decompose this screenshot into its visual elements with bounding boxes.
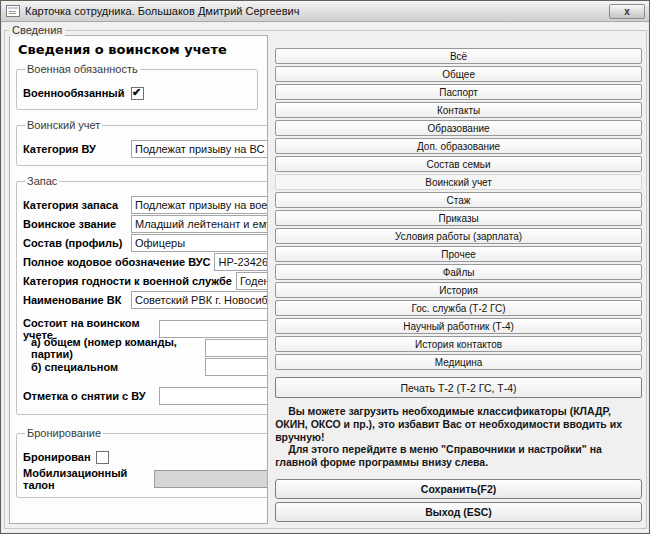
military-record-panel: Сведения о воинском учете Военная обязан… <box>9 35 268 524</box>
print-t2-button[interactable]: Печать Т-2 (Т-2 ГС, Т-4) <box>275 377 642 398</box>
sidebar-item-fayly[interactable]: Файлы <box>275 264 642 280</box>
window-icon <box>6 5 20 17</box>
sidebar-item-voinskiy-uchet[interactable]: Воинский учет <box>275 174 642 190</box>
exit-button[interactable]: Выход (ESC) <box>275 502 642 522</box>
classifiers-note-paragraph-2: Для этого перейдите в меню "Справочники … <box>275 443 642 469</box>
removal-mark-label: Отметка о снятии с ВУ <box>23 390 159 402</box>
sidebar-item-dop-obrazovanie[interactable]: Доп. образование <box>275 138 642 154</box>
sidebar-item-pasport[interactable]: Паспорт <box>275 84 642 100</box>
sidebar-item-gos-sluzhba[interactable]: Гос. служба (Т-2 ГС) <box>275 300 642 316</box>
reserved-label: Бронирован <box>23 451 96 463</box>
vk-name-label: Наименование ВК <box>23 294 131 306</box>
liable-label: Военнообязанный <box>23 87 131 99</box>
sidebar-item-obrazovanie[interactable]: Образование <box>275 120 642 136</box>
reserve-category-label: Категория запаса <box>23 199 131 211</box>
classifiers-note: Вы можете загрузить необходимые классифи… <box>275 405 642 469</box>
sidebar-item-nauchny-rabotnik[interactable]: Научный работник (Т-4) <box>275 318 642 334</box>
group-military-registration-label: Воинский учет <box>25 119 102 131</box>
reserve-category-dropdown[interactable]: Подлежат призыву на военную службу <box>131 196 268 214</box>
group-reserve: Запас Категория запаса Подлежат призыву … <box>16 175 268 415</box>
group-reservation-label: Бронирование <box>25 427 103 439</box>
group-military-registration: Воинский учет Категория ВУ Подлежат приз… <box>16 119 268 166</box>
sidebar-item-prikazy[interactable]: Приказы <box>275 210 642 226</box>
classifiers-note-paragraph-1: Вы можете загрузить необходимые классифи… <box>275 405 642 443</box>
svedeniya-group-label: Сведения <box>9 24 65 36</box>
employee-card-window: Карточка сотрудника. Большаков Дмитрий С… <box>0 0 650 534</box>
special-record-label: б) специальном <box>23 361 205 373</box>
sidebar: Всё Общее Паспорт Контакты Образование Д… <box>274 35 643 524</box>
general-record-input[interactable] <box>205 339 268 357</box>
sidebar-item-sostav-semyi[interactable]: Состав семьи <box>275 156 642 172</box>
vk-name-dropdown[interactable]: Советский РВК г. Новосибирска <box>131 291 268 309</box>
sidebar-item-stazh[interactable]: Стаж <box>275 192 642 208</box>
vu-category-dropdown[interactable]: Подлежат призыву на ВС <box>131 140 268 158</box>
rank-label: Воинское звание <box>23 218 131 230</box>
fitness-category-label: Категория годности к военной службе <box>23 275 236 287</box>
mobilization-ticket-input <box>154 470 268 488</box>
composition-dropdown[interactable]: Офицеры <box>131 234 268 252</box>
vu-category-label: Категория ВУ <box>23 143 131 155</box>
liable-checkbox[interactable] <box>131 87 144 100</box>
vus-code-label: Полное кодовое обозначение ВУС <box>23 256 214 268</box>
sidebar-item-istoriya[interactable]: История <box>275 282 642 298</box>
sidebar-item-vsyo[interactable]: Всё <box>275 48 642 64</box>
rank-dropdown[interactable]: Младший лейтенант и ему равные <box>131 215 268 233</box>
group-military-duty: Военная обязанность Военнообязанный <box>16 63 258 110</box>
fitness-category-dropdown[interactable]: Годен <box>236 272 268 290</box>
reserved-checkbox[interactable] <box>96 451 109 464</box>
mobilization-ticket-label: Мобилизационный талон <box>23 467 154 491</box>
general-record-label: а) общем (номер команды, партии) <box>23 336 205 360</box>
window-title: Карточка сотрудника. Большаков Дмитрий С… <box>25 5 299 17</box>
sidebar-item-istoriya-kontaktov[interactable]: История контактов <box>275 336 642 352</box>
removal-mark-input[interactable] <box>159 387 268 405</box>
sidebar-item-kontakty[interactable]: Контакты <box>275 102 642 118</box>
svedeniya-group: Сведения Сведения о воинском учете Военн… <box>4 30 647 529</box>
sidebar-item-prochee[interactable]: Прочее <box>275 246 642 262</box>
chevron-down-icon <box>267 147 268 151</box>
vus-code-input[interactable] <box>214 253 268 271</box>
composition-label: Состав (профиль) <box>23 237 131 249</box>
page-title: Сведения о воинском учете <box>18 42 258 57</box>
sidebar-item-usloviya-raboty[interactable]: Условия работы (зарплата) <box>275 228 642 244</box>
close-button[interactable]: x <box>609 4 645 19</box>
group-military-duty-label: Военная обязанность <box>25 63 140 75</box>
group-reservation: Бронирование Бронирован Мобилизационный … <box>16 427 268 498</box>
group-reserve-label: Запас <box>25 175 59 187</box>
sidebar-item-obshchee[interactable]: Общее <box>275 66 642 82</box>
titlebar[interactable]: Карточка сотрудника. Большаков Дмитрий С… <box>1 1 649 22</box>
sidebar-item-meditsina[interactable]: Медицина <box>275 354 642 370</box>
special-record-input[interactable] <box>205 358 268 376</box>
save-button[interactable]: Сохранить(F2) <box>275 479 642 499</box>
